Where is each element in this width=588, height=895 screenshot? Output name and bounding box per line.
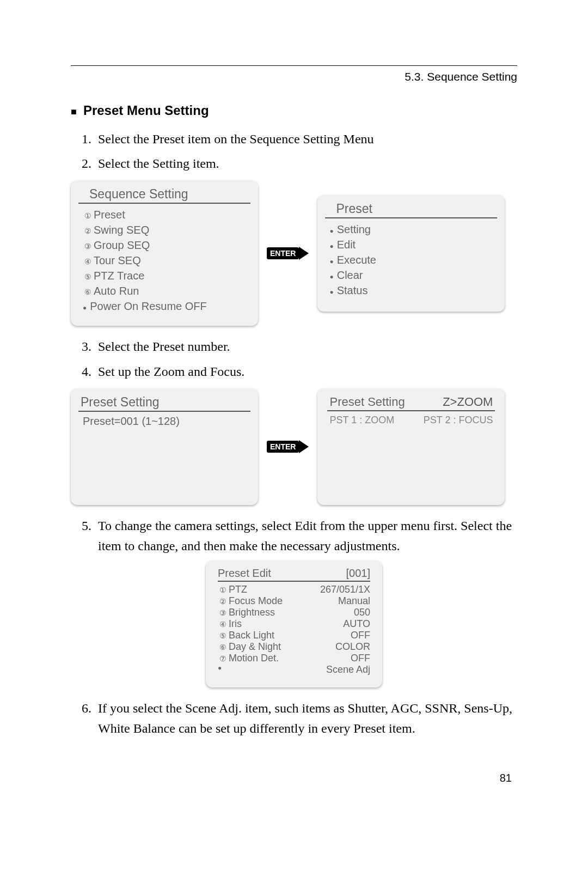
- step-1: Select the Preset item on the Sequence S…: [95, 129, 517, 149]
- edit-title-right: [001]: [346, 567, 370, 580]
- panel-title: Sequence Setting: [78, 187, 250, 204]
- edit-title-row: Preset Edit [001]: [218, 567, 370, 582]
- panel-title: Preset: [325, 202, 497, 218]
- enter-arrow-icon: ENTER: [267, 247, 309, 260]
- title-left: Preset Setting: [329, 395, 405, 409]
- enter-label: ENTER: [267, 247, 299, 259]
- panel-row-1: Sequence Setting ①Preset ②Swing SEQ ③Gro…: [71, 180, 517, 326]
- pst-zoom: PST 1 : ZOOM: [329, 415, 394, 426]
- seq-item: ③Group SEQ: [83, 238, 246, 253]
- preset-edit-panel: Preset Edit [001] ①PTZ267/051/1X ②Focus …: [206, 561, 382, 687]
- edit-row: ④IrisAUTO: [218, 618, 370, 630]
- preset-item: Edit: [329, 237, 493, 252]
- title-right: Z>ZOOM: [443, 395, 493, 409]
- edit-row: ①PTZ267/051/1X: [218, 584, 370, 595]
- page: 5.3. Sequence Setting Preset Menu Settin…: [0, 0, 588, 817]
- header-breadcrumb: 5.3. Sequence Setting: [71, 70, 517, 83]
- panel-title: Preset Setting: [78, 395, 250, 412]
- step-4: Set up the Zoom and Focus.: [95, 362, 517, 382]
- edit-bullet-row: Scene Adj: [218, 664, 370, 675]
- preset-item: Clear: [329, 267, 493, 283]
- seq-bullet-item: Power On Resume OFF: [83, 299, 246, 314]
- steps-list: Select the Preset number. Set up the Zoo…: [71, 337, 517, 381]
- arrow-right-icon: [299, 440, 309, 453]
- preset-setting-right-panel: Preset Setting Z>ZOOM PST 1 : ZOOM PST 2…: [317, 388, 505, 505]
- step-6: If you select the Scene Adj. item, such …: [95, 698, 517, 739]
- preset-setting-left-panel: Preset Setting Preset=001 (1~128): [71, 388, 258, 505]
- step-5: To change the camera settings, select Ed…: [95, 516, 517, 556]
- panel-title-row: Preset Setting Z>ZOOM: [327, 395, 495, 411]
- seq-item: ⑤PTZ Trace: [83, 268, 246, 283]
- step-3: Select the Preset number.: [95, 337, 517, 357]
- preset-item: Execute: [329, 252, 493, 267]
- steps-list: To change the camera settings, select Ed…: [71, 516, 517, 556]
- seq-item: ⑥Auto Run: [83, 283, 246, 299]
- seq-item: ④Tour SEQ: [83, 253, 246, 268]
- sequence-setting-panel: Sequence Setting ①Preset ②Swing SEQ ③Gro…: [71, 180, 258, 326]
- edit-row: ⑤Back LightOFF: [218, 630, 370, 641]
- preset-item: Setting: [329, 222, 493, 237]
- edit-row: ③Brightness050: [218, 607, 370, 618]
- enter-label: ENTER: [267, 441, 299, 453]
- header-divider: [71, 65, 517, 66]
- step-2: Select the Setting item.: [95, 154, 517, 174]
- steps-list: Select the Preset item on the Sequence S…: [71, 129, 517, 174]
- preset-item: Status: [329, 283, 493, 298]
- preset-panel: Preset Setting Edit Execute Clear Status: [317, 195, 505, 312]
- edit-row: ②Focus ModeManual: [218, 595, 370, 607]
- pst-focus: PST 2 : FOCUS: [424, 415, 493, 426]
- seq-item: ②Swing SEQ: [83, 222, 246, 238]
- pst-row: PST 1 : ZOOM PST 2 : FOCUS: [329, 415, 493, 426]
- edit-row: ⑥Day & NightCOLOR: [218, 641, 370, 653]
- page-number: 81: [71, 772, 517, 784]
- seq-item: ①Preset: [83, 207, 246, 222]
- edit-row: ⑦Motion Det.OFF: [218, 653, 370, 664]
- panel-row-2: Preset Setting Preset=001 (1~128) ENTER …: [71, 388, 517, 505]
- preset-number-text: Preset=001 (1~128): [83, 415, 246, 428]
- section-title: Preset Menu Setting: [71, 103, 517, 118]
- steps-list: If you select the Scene Adj. item, such …: [71, 698, 517, 739]
- enter-arrow-icon: ENTER: [267, 440, 309, 453]
- arrow-right-icon: [299, 247, 309, 260]
- edit-title-left: Preset Edit: [218, 567, 271, 580]
